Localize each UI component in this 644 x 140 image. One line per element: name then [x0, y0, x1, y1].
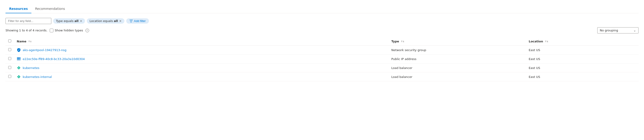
svg-point-4: [20, 60, 20, 60]
location-filter-chip: Location equals all ✕: [87, 18, 124, 24]
row-name-cell: kubernetes-internal: [14, 72, 388, 81]
row-checkbox-cell: [6, 72, 14, 81]
nsg-icon: [17, 48, 21, 52]
row-checkbox-cell: [6, 64, 14, 72]
type-filter-chip: Type equals all ✕: [53, 18, 85, 24]
type-filter-label: Type equals all: [56, 19, 78, 23]
row-type-cell: Load balancer: [388, 72, 526, 81]
info-icon[interactable]: i: [86, 29, 89, 32]
table-row: aks-agentpool-19427913-nsg Network secur…: [6, 46, 638, 54]
svg-point-10: [18, 76, 19, 77]
row-checkbox-1[interactable]: [8, 57, 11, 60]
show-hidden-types-label[interactable]: Show hidden types: [50, 29, 83, 32]
grouping-dropdown[interactable]: No grouping ⌄: [597, 27, 638, 34]
resource-link-1[interactable]: e22ec50e-ff89-40c8-bc33-20a3a10d0304: [23, 57, 85, 61]
tab-resources[interactable]: Resources: [6, 4, 32, 13]
add-filter-button[interactable]: + Add filter: [126, 18, 149, 24]
row-checkbox-3[interactable]: [8, 75, 11, 78]
row-checkbox-0[interactable]: [8, 48, 11, 51]
resource-link-0[interactable]: aks-agentpool-19427913-nsg: [23, 48, 66, 52]
show-hidden-types-text: Show hidden types: [55, 29, 83, 32]
row-checkbox-cell: [6, 46, 14, 54]
svg-point-3: [20, 58, 20, 58]
lb-icon: [17, 66, 21, 70]
pip-icon: [17, 57, 21, 61]
svg-text:+: +: [132, 20, 133, 21]
row-location-cell: East US: [526, 72, 638, 81]
table-body: aks-agentpool-19427913-nsg Network secur…: [6, 46, 638, 81]
info-row: Showing 1 to 4 of 4 records. Show hidden…: [6, 27, 638, 34]
table-header: Name ↑↓ Type ↑↓ Location ↑↓: [6, 37, 638, 46]
type-sort-icon: ↑↓: [401, 40, 404, 42]
search-input[interactable]: [6, 18, 51, 24]
select-all-header: [6, 37, 14, 46]
col-header-name[interactable]: Name ↑↓: [14, 37, 388, 46]
row-name-cell: e22ec50e-ff89-40c8-bc33-20a3a10d0304: [14, 54, 388, 64]
info-left: Showing 1 to 4 of 4 records. Show hidden…: [6, 29, 89, 32]
filter-add-icon: +: [130, 20, 133, 23]
col-header-type[interactable]: Type ↑↓: [388, 37, 526, 46]
name-sort-icon: ↑↓: [28, 40, 32, 42]
showing-text: Showing 1 to 4 of 4 records.: [6, 29, 48, 32]
table-row: kubernetes Load balancer East US: [6, 64, 638, 72]
row-type-cell: Network security group: [388, 46, 526, 54]
filters-row: Type equals all ✕ Location equals all ✕ …: [6, 18, 638, 24]
table-row: kubernetes-internal Load balancer East U…: [6, 72, 638, 81]
row-checkbox-2[interactable]: [8, 66, 11, 69]
row-name-cell: aks-agentpool-19427913-nsg: [14, 46, 388, 54]
row-type-cell: Load balancer: [388, 64, 526, 72]
location-sort-icon: ↑↓: [545, 40, 548, 42]
type-filter-close[interactable]: ✕: [80, 20, 82, 23]
row-name-cell: kubernetes: [14, 64, 388, 72]
resource-link-2[interactable]: kubernetes: [23, 66, 40, 70]
col-header-location[interactable]: Location ↑↓: [526, 37, 638, 46]
resources-table: Name ↑↓ Type ↑↓ Location ↑↓ aks-agentpoo…: [6, 37, 638, 81]
row-type-cell: Public IP address: [388, 54, 526, 64]
select-all-checkbox[interactable]: [8, 40, 11, 42]
lb-icon: [17, 75, 21, 79]
show-hidden-types-checkbox[interactable]: [50, 29, 54, 32]
tabs-nav: Resources Recommendations: [6, 4, 638, 13]
resource-link-3[interactable]: kubernetes-internal: [23, 75, 52, 78]
chevron-down-icon: ⌄: [634, 29, 636, 32]
add-filter-label: Add filter: [134, 19, 146, 23]
location-filter-label: Location equals all: [90, 19, 118, 23]
tab-recommendations[interactable]: Recommendations: [32, 4, 68, 13]
row-checkbox-cell: [6, 54, 14, 64]
row-location-cell: East US: [526, 46, 638, 54]
svg-point-7: [18, 68, 19, 68]
grouping-label: No grouping: [600, 29, 618, 32]
row-location-cell: East US: [526, 54, 638, 64]
location-filter-close[interactable]: ✕: [119, 20, 122, 23]
row-location-cell: East US: [526, 64, 638, 72]
table-row: e22ec50e-ff89-40c8-bc33-20a3a10d0304 Pub…: [6, 54, 638, 64]
